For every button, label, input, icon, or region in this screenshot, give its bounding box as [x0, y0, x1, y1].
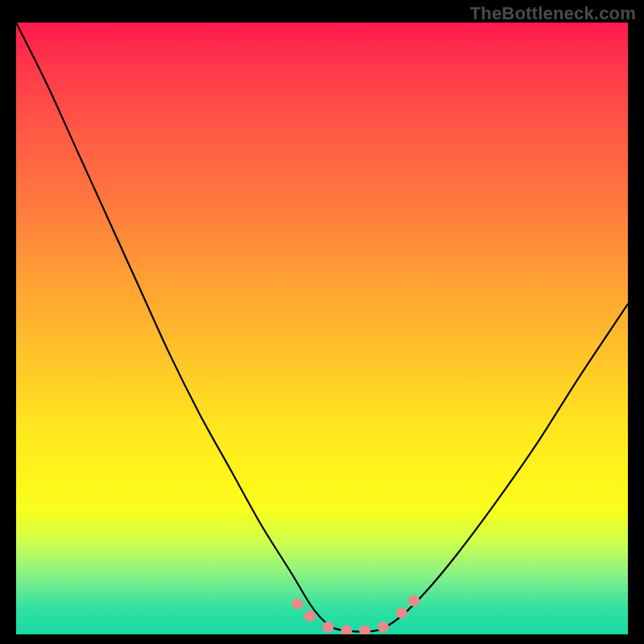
curve-marker — [341, 625, 352, 634]
bottleneck-curve — [16, 23, 628, 632]
curve-marker — [408, 595, 419, 606]
curve-markers — [292, 595, 419, 634]
curve-marker — [304, 610, 316, 621]
curve-marker — [396, 607, 407, 618]
curve-layer — [16, 23, 628, 634]
curve-marker — [323, 621, 334, 633]
curve-marker — [359, 625, 370, 634]
watermark-text: TheBottleneck.com — [470, 3, 636, 24]
plot-area — [16, 23, 628, 634]
curve-marker — [378, 621, 389, 633]
curve-marker — [292, 598, 303, 609]
chart-frame: TheBottleneck.com — [0, 0, 644, 644]
